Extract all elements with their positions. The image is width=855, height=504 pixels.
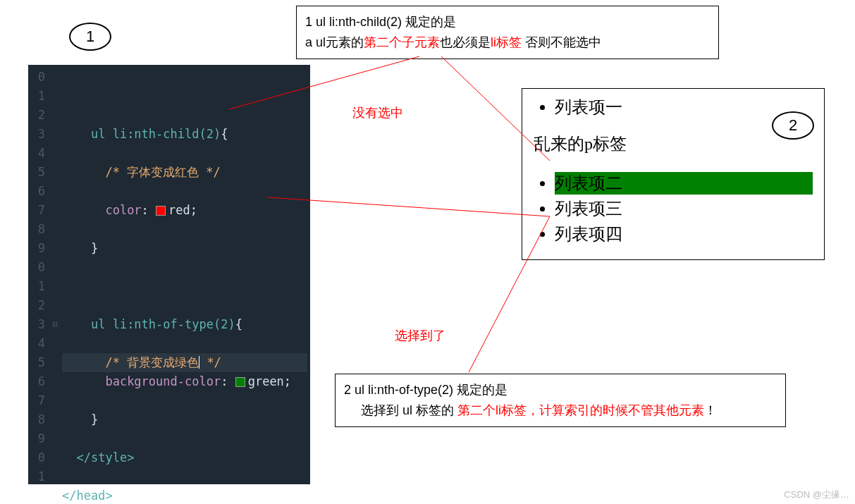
fold-icon[interactable]: ⊟ bbox=[49, 315, 61, 334]
annot-not-selected: 没有选中 bbox=[352, 104, 403, 121]
watermark: CSDN @尘缘… bbox=[784, 488, 849, 501]
annot-selected: 选择到了 bbox=[395, 327, 445, 344]
code-line-7: /* 背景变成绿色 */ bbox=[62, 353, 307, 372]
bottom-explanation: 2 ul li:nth-of-type(2) 规定的是 选择到 ul 标签的 第… bbox=[335, 374, 786, 427]
line-gutter: 0 1 2 3 4 5 6 7 8 9 0 1 2 3 4 5 6 7 8 9 … bbox=[28, 65, 49, 484]
code-line-6: ul li:nth-of-type(2){ bbox=[62, 315, 307, 334]
output-item-1: 列表项一 bbox=[555, 96, 813, 118]
code-line-0 bbox=[62, 87, 307, 106]
output-item-4: 列表项四 bbox=[555, 223, 813, 245]
code-line-8: background-color: green; bbox=[62, 372, 307, 391]
badge-1: 1 bbox=[69, 23, 111, 51]
code-line-4: } bbox=[62, 239, 307, 258]
output-item-3: 列表项三 bbox=[555, 197, 813, 220]
code-line-9: } bbox=[62, 410, 307, 429]
code-line-11: </head> bbox=[62, 486, 307, 504]
code-area[interactable]: ul li:nth-child(2){ /* 字体变成红色 */ color: … bbox=[61, 65, 310, 484]
bottom-line2: 选择到 ul 标签的 第二个li标签，计算索引的时候不管其他元素！ bbox=[344, 400, 777, 421]
code-line-2: /* 字体变成红色 */ bbox=[62, 163, 307, 182]
output-list-2: 列表项二 列表项三 列表项四 bbox=[534, 172, 813, 245]
bottom-line1: 2 ul li:nth-of-type(2) 规定的是 bbox=[344, 380, 777, 400]
svg-line-2 bbox=[268, 197, 550, 216]
fold-gutter: ⊟ bbox=[49, 65, 61, 484]
code-line-1: ul li:nth-child(2){ bbox=[62, 125, 307, 144]
badge-2: 2 bbox=[772, 111, 814, 140]
code-line-10: </style> bbox=[62, 448, 307, 467]
output-list: 列表项一 bbox=[534, 96, 813, 118]
top-line1: 1 ul li:nth-child(2) 规定的是 bbox=[305, 12, 710, 32]
output-p: 乱来的p标签 bbox=[534, 133, 813, 155]
code-editor: 0 1 2 3 4 5 6 7 8 9 0 1 2 3 4 5 6 7 8 9 … bbox=[28, 65, 310, 484]
output-item-2: 列表项二 bbox=[555, 172, 813, 195]
badge-2-label: 2 bbox=[789, 116, 797, 135]
top-explanation: 1 ul li:nth-child(2) 规定的是 a ul元素的第二个子元素也… bbox=[296, 6, 719, 59]
code-line-3: color: red; bbox=[62, 201, 307, 220]
code-line-5 bbox=[62, 277, 307, 296]
top-line2: a ul元素的第二个子元素也必须是li标签 否则不能选中 bbox=[305, 32, 710, 53]
badge-1-label: 1 bbox=[86, 27, 94, 46]
